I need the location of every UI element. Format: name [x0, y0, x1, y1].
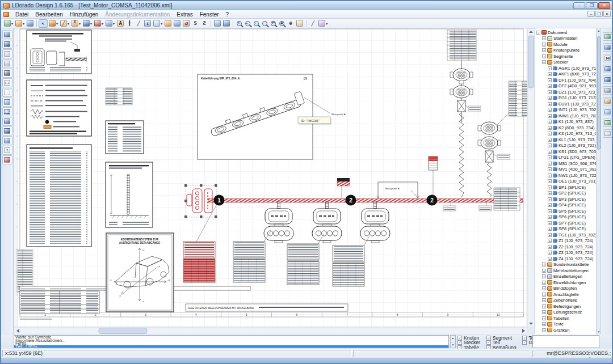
- expand-icon[interactable]: +: [542, 281, 546, 285]
- wire-table-selected[interactable]: [183, 242, 215, 282]
- expand-icon[interactable]: +: [548, 132, 552, 136]
- zoom-out-icon[interactable]: -: [243, 19, 252, 28]
- add-node-icon[interactable]: ▾: [48, 19, 59, 28]
- expand-icon[interactable]: +: [548, 90, 552, 94]
- expand-icon[interactable]: +: [548, 167, 552, 171]
- zoom-all-icon[interactable]: A: [278, 19, 286, 28]
- abc-text-icon[interactable]: ABC: [2, 107, 12, 116]
- edit-hand-icon[interactable]: [2, 126, 12, 136]
- table-edit-icon[interactable]: [2, 59, 12, 68]
- tree-zubehörteile[interactable]: +Zubehörteile: [536, 298, 601, 304]
- checkbox-checked-icon[interactable]: ✓: [486, 336, 491, 340]
- pan-hand-icon[interactable]: [295, 19, 304, 28]
- tree-einzelleitungen[interactable]: +Einzelleitungen: [536, 274, 601, 280]
- draw-pen-icon[interactable]: [2, 136, 12, 145]
- expand-icon[interactable]: +: [542, 263, 546, 266]
- expand-icon[interactable]: +: [548, 72, 552, 76]
- tree-df2[interactable]: +DF2 (4D0_971_993): [536, 83, 601, 90]
- expand-icon[interactable]: +: [548, 203, 552, 207]
- tree-einzeldichtungen[interactable]: +Einzeldichtungen: [536, 280, 601, 286]
- tree-sonderkontaktteile[interactable]: +Sonderkontaktteile: [536, 262, 601, 268]
- wire-table-2[interactable]: [233, 242, 265, 282]
- expand-icon[interactable]: +: [548, 251, 552, 255]
- tree-sp8[interactable]: +SP8 (SPLICE): [536, 226, 601, 232]
- mdi-restore-button[interactable]: ❐: [595, 11, 603, 17]
- expand-icon[interactable]: +: [542, 54, 546, 58]
- expand-icon[interactable]: +: [548, 239, 552, 243]
- tree-module[interactable]: +Module: [536, 41, 601, 48]
- menu-hinzufügen[interactable]: Hinzufügen: [66, 11, 102, 18]
- canvas-vscrollbar[interactable]: [527, 28, 535, 327]
- expand-icon[interactable]: +: [542, 48, 546, 52]
- zoom-window-icon[interactable]: ▫: [252, 19, 261, 28]
- curve-s-mirror-icon[interactable]: S: [200, 19, 209, 28]
- import-doc-icon[interactable]: [163, 19, 173, 28]
- minimize-button[interactable]: –: [573, 2, 585, 9]
- tree-scroll-down-icon[interactable]: ▼: [597, 329, 601, 335]
- tree-sp2[interactable]: +SP2 (SPLICE): [536, 191, 601, 197]
- expand-icon[interactable]: +: [542, 43, 546, 46]
- import-symbols-icon[interactable]: ▾: [3, 19, 14, 28]
- log-output[interactable]: Warte auf Symbole...Importiere Assoziati…: [14, 335, 449, 348]
- tree-int1[interactable]: +INT1 (1J0_973_702): [536, 107, 601, 113]
- tree-leitungsschutz[interactable]: +Leitungsschutz: [536, 310, 601, 316]
- menu-extras[interactable]: Extras: [173, 11, 196, 18]
- add-covering-icon[interactable]: ▾: [104, 19, 116, 28]
- save-file-icon[interactable]: [26, 19, 35, 28]
- tree-anschlagteile[interactable]: +Anschlagteile: [536, 291, 601, 298]
- expand-icon[interactable]: +: [548, 227, 552, 231]
- menu-fenster[interactable]: Fenster: [196, 11, 222, 18]
- tree-segmente[interactable]: +Segmente: [536, 53, 601, 60]
- tree-texte[interactable]: +Texte: [536, 321, 601, 328]
- expand-icon[interactable]: +: [548, 173, 552, 177]
- tree-ltg1[interactable]: +LTG1 (LTG_OPEN): [536, 155, 601, 161]
- expand-icon[interactable]: +: [548, 221, 552, 225]
- tree-akf1[interactable]: +AKF1 (6X0_973_722_G): [536, 71, 601, 78]
- tree-kl1[interactable]: +KL1 (1J0_973_703_B): [536, 137, 601, 143]
- harness-line[interactable]: [208, 199, 523, 203]
- add-path-icon[interactable]: ┚▾: [70, 19, 82, 28]
- tree-z1[interactable]: +Z1 (1J0_973_724): [536, 238, 601, 244]
- expand-icon[interactable]: +: [548, 257, 552, 261]
- tree-sp5[interactable]: +SP5 (SPLICE): [536, 208, 601, 214]
- checkbox-checked-icon[interactable]: ✓: [522, 336, 527, 340]
- tree-sp4[interactable]: +SP4 (SPLICE): [536, 202, 601, 209]
- mirror-horizontal-icon[interactable]: [603, 75, 612, 84]
- add-text-icon[interactable]: A: [116, 19, 125, 28]
- select-pointer-icon[interactable]: ↖: [39, 19, 48, 28]
- expand-icon[interactable]: +: [548, 191, 552, 195]
- tree-scroll-thumb[interactable]: [597, 36, 601, 150]
- expand-icon[interactable]: +: [542, 293, 546, 297]
- dimension-icon[interactable]: ╂: [125, 19, 134, 28]
- add-connector-icon[interactable]: ▾: [82, 19, 93, 28]
- expand-icon[interactable]: −: [542, 60, 546, 64]
- expand-icon[interactable]: +: [548, 245, 552, 249]
- grid-tool-icon[interactable]: [2, 98, 12, 107]
- checkbox-checked-icon[interactable]: ✓: [457, 336, 462, 340]
- tree-scroll-up-icon[interactable]: ▲: [597, 28, 601, 33]
- menu-bearbeiten[interactable]: Bearbeiten: [32, 11, 66, 18]
- expand-icon[interactable]: +: [548, 108, 552, 112]
- color-palette-icon[interactable]: ▾: [317, 19, 329, 28]
- tree-euv1[interactable]: +EUV1 (1J0_973_722): [536, 101, 601, 107]
- tree-dokument[interactable]: −Dokument: [536, 29, 601, 36]
- title-bar[interactable]: LDorado Design 1.6.165 - [Test_Motor_COM…: [1, 1, 612, 10]
- wire-table-4[interactable]: [333, 246, 364, 286]
- expand-icon[interactable]: +: [548, 78, 552, 82]
- center-view-icon[interactable]: ⊕: [286, 19, 295, 28]
- align-vertical-icon[interactable]: [603, 43, 612, 52]
- expand-icon[interactable]: +: [548, 197, 552, 201]
- expand-icon[interactable]: +: [542, 322, 546, 326]
- expand-icon[interactable]: +: [548, 155, 552, 159]
- checkbox-checked-icon[interactable]: ✓: [457, 340, 462, 345]
- connector-back-icon[interactable]: [2, 117, 12, 126]
- add-line-icon[interactable]: ╱: [134, 19, 143, 28]
- align-horizontal-icon[interactable]: [603, 32, 612, 41]
- resize-grip[interactable]: [606, 352, 611, 357]
- tree-scrollbar[interactable]: ▲ ▼: [596, 28, 601, 335]
- expand-icon[interactable]: +: [548, 233, 552, 237]
- tree-oe1[interactable]: +OE1 (1J0_973_701): [536, 179, 601, 185]
- log-line-selected[interactable]: Zeit: 1,911s: [14, 345, 448, 348]
- tree-kl2[interactable]: +KL2 (1J0_973_702): [536, 143, 601, 149]
- log-scroll-up-icon[interactable]: ▲: [451, 336, 455, 340]
